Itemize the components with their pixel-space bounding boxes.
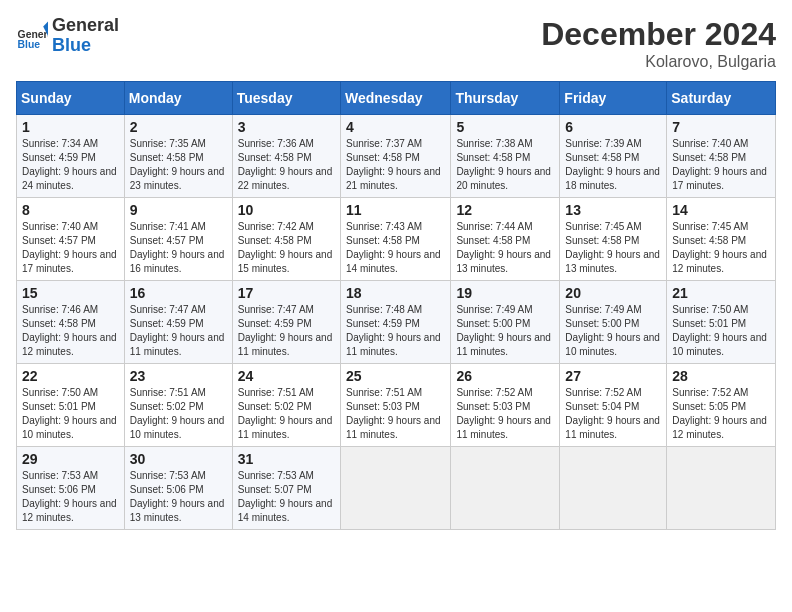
day-number: 31 (238, 451, 335, 467)
weekday-header-saturday: Saturday (667, 82, 776, 115)
logo-icon: General Blue (16, 20, 48, 52)
day-info: Sunrise: 7:45 AM Sunset: 4:58 PM Dayligh… (672, 220, 770, 276)
day-number: 14 (672, 202, 770, 218)
day-number: 15 (22, 285, 119, 301)
day-number: 8 (22, 202, 119, 218)
weekday-header-sunday: Sunday (17, 82, 125, 115)
day-info: Sunrise: 7:40 AM Sunset: 4:58 PM Dayligh… (672, 137, 770, 193)
day-number: 25 (346, 368, 445, 384)
calendar-week-row: 29 Sunrise: 7:53 AM Sunset: 5:06 PM Dayl… (17, 447, 776, 530)
calendar-cell: 6 Sunrise: 7:39 AM Sunset: 4:58 PM Dayli… (560, 115, 667, 198)
day-number: 19 (456, 285, 554, 301)
day-info: Sunrise: 7:40 AM Sunset: 4:57 PM Dayligh… (22, 220, 119, 276)
day-number: 12 (456, 202, 554, 218)
calendar-body: 1 Sunrise: 7:34 AM Sunset: 4:59 PM Dayli… (17, 115, 776, 530)
calendar-cell: 21 Sunrise: 7:50 AM Sunset: 5:01 PM Dayl… (667, 281, 776, 364)
title-block: December 2024 Kolarovo, Bulgaria (541, 16, 776, 71)
calendar-cell: 30 Sunrise: 7:53 AM Sunset: 5:06 PM Dayl… (124, 447, 232, 530)
calendar-table: SundayMondayTuesdayWednesdayThursdayFrid… (16, 81, 776, 530)
calendar-week-row: 8 Sunrise: 7:40 AM Sunset: 4:57 PM Dayli… (17, 198, 776, 281)
calendar-cell: 29 Sunrise: 7:53 AM Sunset: 5:06 PM Dayl… (17, 447, 125, 530)
day-number: 29 (22, 451, 119, 467)
day-number: 22 (22, 368, 119, 384)
calendar-cell: 9 Sunrise: 7:41 AM Sunset: 4:57 PM Dayli… (124, 198, 232, 281)
location: Kolarovo, Bulgaria (541, 53, 776, 71)
weekday-header-wednesday: Wednesday (341, 82, 451, 115)
day-number: 30 (130, 451, 227, 467)
svg-text:Blue: Blue (18, 39, 41, 50)
day-info: Sunrise: 7:36 AM Sunset: 4:58 PM Dayligh… (238, 137, 335, 193)
calendar-cell (560, 447, 667, 530)
day-info: Sunrise: 7:53 AM Sunset: 5:06 PM Dayligh… (22, 469, 119, 525)
day-info: Sunrise: 7:51 AM Sunset: 5:03 PM Dayligh… (346, 386, 445, 442)
day-info: Sunrise: 7:34 AM Sunset: 4:59 PM Dayligh… (22, 137, 119, 193)
calendar-cell: 28 Sunrise: 7:52 AM Sunset: 5:05 PM Dayl… (667, 364, 776, 447)
day-number: 17 (238, 285, 335, 301)
calendar-cell (451, 447, 560, 530)
day-info: Sunrise: 7:48 AM Sunset: 4:59 PM Dayligh… (346, 303, 445, 359)
day-info: Sunrise: 7:41 AM Sunset: 4:57 PM Dayligh… (130, 220, 227, 276)
day-info: Sunrise: 7:44 AM Sunset: 4:58 PM Dayligh… (456, 220, 554, 276)
day-info: Sunrise: 7:50 AM Sunset: 5:01 PM Dayligh… (672, 303, 770, 359)
day-number: 18 (346, 285, 445, 301)
calendar-cell: 14 Sunrise: 7:45 AM Sunset: 4:58 PM Dayl… (667, 198, 776, 281)
calendar-cell: 24 Sunrise: 7:51 AM Sunset: 5:02 PM Dayl… (232, 364, 340, 447)
day-info: Sunrise: 7:53 AM Sunset: 5:06 PM Dayligh… (130, 469, 227, 525)
calendar-cell: 17 Sunrise: 7:47 AM Sunset: 4:59 PM Dayl… (232, 281, 340, 364)
day-info: Sunrise: 7:52 AM Sunset: 5:03 PM Dayligh… (456, 386, 554, 442)
day-info: Sunrise: 7:52 AM Sunset: 5:04 PM Dayligh… (565, 386, 661, 442)
weekday-header-friday: Friday (560, 82, 667, 115)
day-info: Sunrise: 7:47 AM Sunset: 4:59 PM Dayligh… (238, 303, 335, 359)
calendar-cell: 7 Sunrise: 7:40 AM Sunset: 4:58 PM Dayli… (667, 115, 776, 198)
day-info: Sunrise: 7:51 AM Sunset: 5:02 PM Dayligh… (238, 386, 335, 442)
day-number: 20 (565, 285, 661, 301)
day-number: 28 (672, 368, 770, 384)
calendar-week-row: 22 Sunrise: 7:50 AM Sunset: 5:01 PM Dayl… (17, 364, 776, 447)
day-number: 4 (346, 119, 445, 135)
day-number: 27 (565, 368, 661, 384)
day-number: 1 (22, 119, 119, 135)
day-info: Sunrise: 7:49 AM Sunset: 5:00 PM Dayligh… (565, 303, 661, 359)
day-info: Sunrise: 7:42 AM Sunset: 4:58 PM Dayligh… (238, 220, 335, 276)
day-number: 13 (565, 202, 661, 218)
calendar-cell: 18 Sunrise: 7:48 AM Sunset: 4:59 PM Dayl… (341, 281, 451, 364)
day-number: 2 (130, 119, 227, 135)
calendar-cell: 23 Sunrise: 7:51 AM Sunset: 5:02 PM Dayl… (124, 364, 232, 447)
logo-text: GeneralBlue (52, 16, 119, 56)
calendar-cell: 11 Sunrise: 7:43 AM Sunset: 4:58 PM Dayl… (341, 198, 451, 281)
day-info: Sunrise: 7:45 AM Sunset: 4:58 PM Dayligh… (565, 220, 661, 276)
day-info: Sunrise: 7:49 AM Sunset: 5:00 PM Dayligh… (456, 303, 554, 359)
month-title: December 2024 (541, 16, 776, 53)
calendar-cell: 5 Sunrise: 7:38 AM Sunset: 4:58 PM Dayli… (451, 115, 560, 198)
day-info: Sunrise: 7:51 AM Sunset: 5:02 PM Dayligh… (130, 386, 227, 442)
day-number: 16 (130, 285, 227, 301)
calendar-cell: 27 Sunrise: 7:52 AM Sunset: 5:04 PM Dayl… (560, 364, 667, 447)
day-info: Sunrise: 7:53 AM Sunset: 5:07 PM Dayligh… (238, 469, 335, 525)
day-info: Sunrise: 7:50 AM Sunset: 5:01 PM Dayligh… (22, 386, 119, 442)
day-info: Sunrise: 7:43 AM Sunset: 4:58 PM Dayligh… (346, 220, 445, 276)
calendar-cell: 22 Sunrise: 7:50 AM Sunset: 5:01 PM Dayl… (17, 364, 125, 447)
calendar-header-row: SundayMondayTuesdayWednesdayThursdayFrid… (17, 82, 776, 115)
svg-text:General: General (18, 28, 48, 39)
calendar-cell: 15 Sunrise: 7:46 AM Sunset: 4:58 PM Dayl… (17, 281, 125, 364)
day-number: 5 (456, 119, 554, 135)
day-info: Sunrise: 7:46 AM Sunset: 4:58 PM Dayligh… (22, 303, 119, 359)
day-number: 9 (130, 202, 227, 218)
day-number: 23 (130, 368, 227, 384)
calendar-cell: 16 Sunrise: 7:47 AM Sunset: 4:59 PM Dayl… (124, 281, 232, 364)
day-info: Sunrise: 7:38 AM Sunset: 4:58 PM Dayligh… (456, 137, 554, 193)
calendar-cell: 13 Sunrise: 7:45 AM Sunset: 4:58 PM Dayl… (560, 198, 667, 281)
day-number: 7 (672, 119, 770, 135)
day-number: 11 (346, 202, 445, 218)
calendar-cell: 25 Sunrise: 7:51 AM Sunset: 5:03 PM Dayl… (341, 364, 451, 447)
calendar-cell: 2 Sunrise: 7:35 AM Sunset: 4:58 PM Dayli… (124, 115, 232, 198)
day-number: 26 (456, 368, 554, 384)
day-info: Sunrise: 7:39 AM Sunset: 4:58 PM Dayligh… (565, 137, 661, 193)
calendar-cell: 3 Sunrise: 7:36 AM Sunset: 4:58 PM Dayli… (232, 115, 340, 198)
calendar-cell: 26 Sunrise: 7:52 AM Sunset: 5:03 PM Dayl… (451, 364, 560, 447)
calendar-cell: 10 Sunrise: 7:42 AM Sunset: 4:58 PM Dayl… (232, 198, 340, 281)
calendar-cell: 1 Sunrise: 7:34 AM Sunset: 4:59 PM Dayli… (17, 115, 125, 198)
day-number: 6 (565, 119, 661, 135)
calendar-cell (667, 447, 776, 530)
calendar-cell: 12 Sunrise: 7:44 AM Sunset: 4:58 PM Dayl… (451, 198, 560, 281)
